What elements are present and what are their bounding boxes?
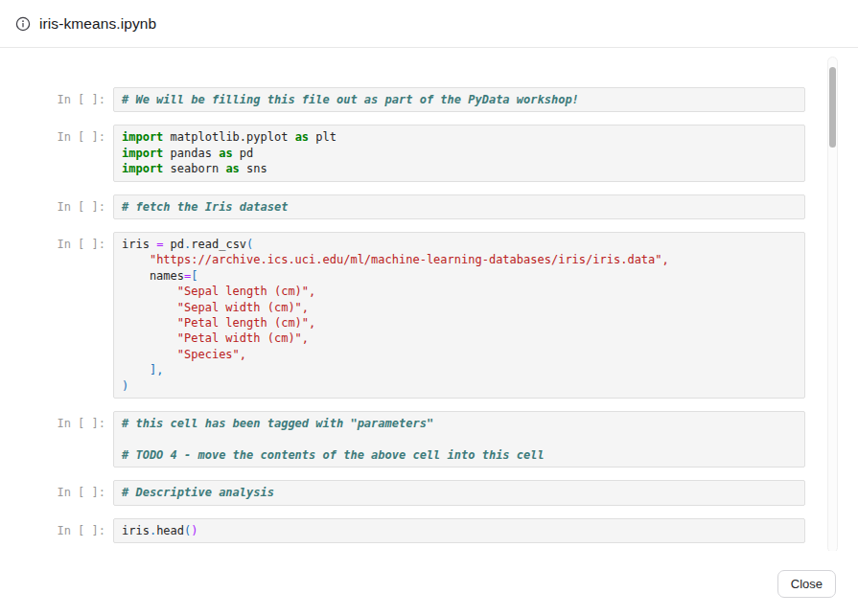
notebook-cell: In [ ]:# Descriptive analysis [0,480,805,505]
notebook-cells: In [ ]:# We will be filling this file ou… [0,87,858,543]
cell-code: # fetch the Iris dataset [113,194,805,219]
code-line: # We will be filling this file out as pa… [122,92,797,107]
cell-prompt: In [ ]: [0,232,113,251]
notebook-cell: In [ ]:iris = pd.read_csv( "https://arch… [0,232,805,399]
code-line: ], [122,362,797,377]
code-line: "https://archive.ics.uci.edu/ml/machine-… [122,252,797,267]
cell-prompt: In [ ]: [0,518,113,537]
code-line [122,432,797,447]
code-line: import seaborn as sns [122,161,797,176]
close-button[interactable]: Close [777,570,836,598]
code-line: iris = pd.read_csv( [122,237,797,252]
code-line: # this cell has been tagged with "parame… [122,416,797,431]
cell-code: import matplotlib.pyplot as pltimport pa… [113,125,805,181]
cell-prompt: In [ ]: [0,480,113,499]
scrollbar-track[interactable] [827,57,838,551]
cell-code: iris = pd.read_csv( "https://archive.ics… [113,232,805,399]
code-line: import pandas as pd [122,146,797,161]
code-line: ) [122,378,797,394]
notebook-cell: In [ ]:# We will be filling this file ou… [0,87,805,112]
notebook-filename: iris-kmeans.ipynb [39,15,156,33]
code-line: import matplotlib.pyplot as plt [122,129,797,145]
notebook-cell: In [ ]:import matplotlib.pyplot as pltim… [0,125,805,181]
notebook-cell: In [ ]:iris.head() [0,518,805,543]
cell-code: iris.head() [113,518,805,543]
notebook-cell: In [ ]:# this cell has been tagged with … [0,411,805,468]
cell-prompt: In [ ]: [0,125,113,144]
modal-header: iris-kmeans.ipynb [0,0,858,48]
cell-prompt: In [ ]: [0,87,113,106]
code-line: names=[ [122,268,797,284]
cell-prompt: In [ ]: [0,411,113,430]
scrollbar-thumb[interactable] [829,67,836,148]
code-line: # TODO 4 - move the contents of the abov… [122,447,797,463]
info-icon [15,16,31,32]
cell-prompt: In [ ]: [0,194,113,214]
modal-footer: Close [0,551,858,616]
cell-code: # this cell has been tagged with "parame… [113,411,805,468]
code-line: "Petal width (cm)", [122,331,797,346]
code-line: iris.head() [122,523,797,538]
notebook-preview-modal: iris-kmeans.ipynb In [ ]:# We will be fi… [0,0,858,616]
notebook-scroll-area[interactable]: In [ ]:# We will be filling this file ou… [0,48,858,551]
code-line: "Sepal length (cm)", [122,284,797,299]
notebook-cell: In [ ]:# fetch the Iris dataset [0,194,805,219]
code-line: # Descriptive analysis [122,485,797,500]
code-line: "Species", [122,347,797,362]
code-line: "Sepal width (cm)", [122,300,797,315]
code-line: # fetch the Iris dataset [122,199,797,215]
cell-code: # We will be filling this file out as pa… [113,87,805,112]
code-line: "Petal length (cm)", [122,315,797,331]
cell-code: # Descriptive analysis [113,480,805,505]
